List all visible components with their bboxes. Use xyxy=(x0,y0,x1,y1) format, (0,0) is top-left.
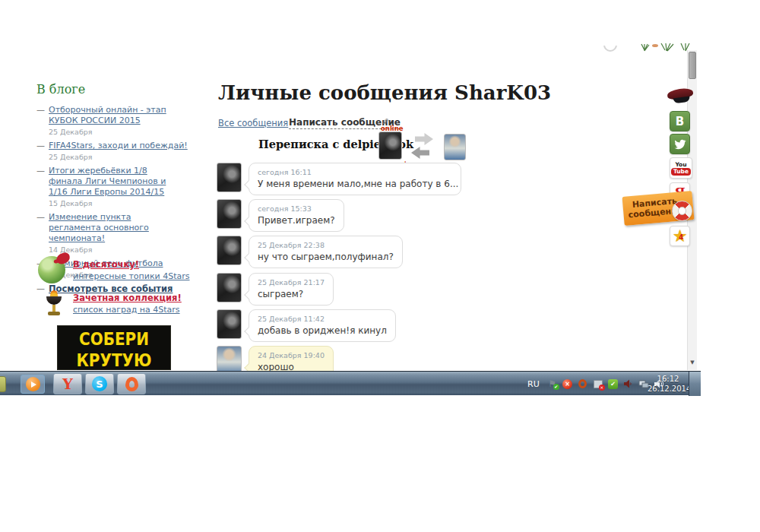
message-row: 25 Декабря 11:42 добавь в ориджен!я кину… xyxy=(217,309,396,342)
list-item: — Изменение пункта регламента основного … xyxy=(36,212,196,244)
taskbar-origin-button[interactable] xyxy=(117,373,146,394)
lifebuoy-icon[interactable] xyxy=(672,201,692,221)
clock-date: 26.12.2014 xyxy=(648,384,689,394)
garland-decoration-icon xyxy=(638,43,692,58)
message-row: 25 Декабря 22:38 ну что сыграем,полуфина… xyxy=(217,236,403,268)
tray-red-ball-icon[interactable]: × xyxy=(562,378,573,389)
promo-subtitle-link[interactable]: список наград на 4Stars xyxy=(73,305,182,315)
taskbar-skype-button[interactable]: S xyxy=(85,373,114,394)
message-row: сегодня 15:33 Привет.играем? xyxy=(217,199,344,232)
message-row: сегодня 16:11 У меня времени мало,мне на… xyxy=(217,163,461,195)
blog-link[interactable]: Итоги жеребьёвки 1/8 финала Лиги Чемпион… xyxy=(49,166,182,198)
message-row: 25 Декабря 21:17 сыграем? xyxy=(217,273,334,306)
youtube-label-top: You xyxy=(675,162,686,167)
yandex-browser-icon: Y xyxy=(62,375,73,392)
page-title: Личные сообщения SharK03 xyxy=(218,81,551,104)
system-tray: RU ⚑✔ × × ✔ xyxy=(527,372,664,396)
peer-avatar[interactable] xyxy=(378,131,402,160)
star-number: 4 xyxy=(679,233,683,241)
scrollbar-thumb[interactable] xyxy=(689,52,696,79)
list-dash: — xyxy=(36,212,45,244)
message-bubble: 25 Декабря 21:17 сыграем? xyxy=(249,273,334,306)
taskbar-clock[interactable]: 16:12 26.12.2014 xyxy=(648,374,689,394)
message-time: 25 Декабря 21:17 xyxy=(258,278,325,287)
tray-origin-icon[interactable] xyxy=(578,378,588,389)
taskbar-media-player-button[interactable] xyxy=(21,375,45,394)
message-text: добавь в ориджен!я кинул xyxy=(258,325,387,336)
pencil-icon: ✎ xyxy=(380,118,390,125)
message-time: 25 Декабря 22:38 xyxy=(258,241,394,249)
scrollbar-down-arrow-icon[interactable]: ▼ xyxy=(688,359,697,366)
tray-green-check-icon[interactable]: ✔ xyxy=(608,378,619,389)
peer-avatar[interactable] xyxy=(217,309,242,339)
tray-muted-speaker-icon[interactable] xyxy=(623,378,634,389)
peer-avatar[interactable] xyxy=(217,236,242,265)
list-item: — Отборочный онлайн - этап КУБОК РОССИИ … xyxy=(36,105,196,126)
message-bubble: 25 Декабря 22:38 ну что сыграем,полуфина… xyxy=(249,236,403,268)
blog-date: 25 Декабря xyxy=(49,153,196,161)
message-time: сегодня 16:11 xyxy=(258,168,452,176)
promo-top-topics: В десяточку! интересные топики 4Stars xyxy=(38,256,190,283)
message-time: 24 Декабря 19:40 xyxy=(258,351,325,359)
own-avatar[interactable] xyxy=(444,134,466,160)
list-item: — Итоги жеребьёвки 1/8 финала Лиги Чемпи… xyxy=(36,166,196,198)
message-time: сегодня 15:33 xyxy=(258,204,335,213)
windows-taskbar: Y S RU ⚑✔ × × ✔ 16:12 26.12.2014 xyxy=(0,371,701,395)
twitter-icon[interactable] xyxy=(670,134,690,154)
origin-icon xyxy=(125,377,138,391)
promo-subtitle-link[interactable]: интересные топики 4Stars xyxy=(73,271,190,281)
youtube-icon[interactable]: You Tube xyxy=(670,157,692,179)
youtube-label-bottom: Tube xyxy=(671,168,691,176)
blog-link[interactable]: FIFA4Stars, заходи и побеждай! xyxy=(49,141,188,151)
peer-avatar[interactable] xyxy=(217,163,242,192)
peer-avatar[interactable] xyxy=(217,273,242,302)
promo-awards: Зачетная коллекция! список наград на 4St… xyxy=(40,290,182,318)
ad-banner-line2: КОМАНДУ xyxy=(58,368,170,370)
blog-header: В блоге xyxy=(36,82,196,97)
browser-page: ▼ В блоге — Отборочный онлайн - этап КУБ… xyxy=(0,0,760,532)
arrow-left-icon xyxy=(411,147,429,159)
4stars-star-icon[interactable]: ★ 4 xyxy=(670,226,690,246)
logo-arc-decoration xyxy=(603,46,619,55)
message-bubble: 25 Декабря 11:42 добавь в ориджен!я кину… xyxy=(249,309,396,342)
ad-banner-line1: СОБЕРИ КРУТУЮ xyxy=(58,328,170,370)
taskbar-partial-icon[interactable] xyxy=(0,376,6,392)
blog-link[interactable]: Изменение пункта регламента основного че… xyxy=(49,212,182,244)
skype-icon: S xyxy=(92,376,107,391)
list-dash: — xyxy=(36,105,45,126)
language-indicator[interactable]: RU xyxy=(527,379,540,389)
list-dash: — xyxy=(36,166,45,198)
blog-link[interactable]: Отборочный онлайн - этап КУБОК РОССИИ 20… xyxy=(49,105,174,126)
list-item: — FIFA4Stars, заходи и побеждай! xyxy=(36,141,196,151)
military-cap-icon[interactable] xyxy=(667,89,695,107)
vk-icon[interactable]: B xyxy=(670,111,690,131)
tab-all-messages[interactable]: Все сообщения xyxy=(218,118,288,128)
blog-date: 14 Декабря xyxy=(49,245,196,254)
promo-title-link[interactable]: Зачетная коллекция! xyxy=(73,293,182,303)
message-text: сыграем? xyxy=(258,289,325,299)
message-text: ну что сыграем,полуфинал? xyxy=(258,252,394,262)
taskbar-yandex-browser-button[interactable]: Y xyxy=(53,373,82,394)
trophy-icon xyxy=(43,290,65,318)
message-time: 25 Декабря 11:42 xyxy=(258,315,387,323)
arrow-right-icon xyxy=(415,133,433,145)
message-text: Привет.играем? xyxy=(258,215,335,226)
show-desktop-button[interactable] xyxy=(689,372,701,396)
apple-football-icon xyxy=(38,256,65,283)
action-center-flag-icon[interactable]: ⚑✔ xyxy=(547,378,558,389)
clock-time: 16:12 xyxy=(648,374,689,384)
list-dash: — xyxy=(36,141,45,151)
blog-date: 15 Декабря xyxy=(49,199,196,207)
blog-date: 25 Декабря xyxy=(49,128,196,136)
message-text: У меня времени мало,мне на работу в 6... xyxy=(258,179,452,189)
tray-device-error-icon[interactable]: × xyxy=(593,378,603,389)
message-bubble: сегодня 16:11 У меня времени мало,мне на… xyxy=(249,163,461,195)
message-bubble: сегодня 15:33 Привет.играем? xyxy=(249,199,344,232)
promo-title-link[interactable]: В десяточку! xyxy=(73,259,190,270)
ad-banner[interactable]: СОБЕРИ КРУТУЮ КОМАНДУ xyxy=(57,325,171,370)
media-player-icon xyxy=(26,377,40,391)
peer-avatar[interactable] xyxy=(217,199,242,229)
